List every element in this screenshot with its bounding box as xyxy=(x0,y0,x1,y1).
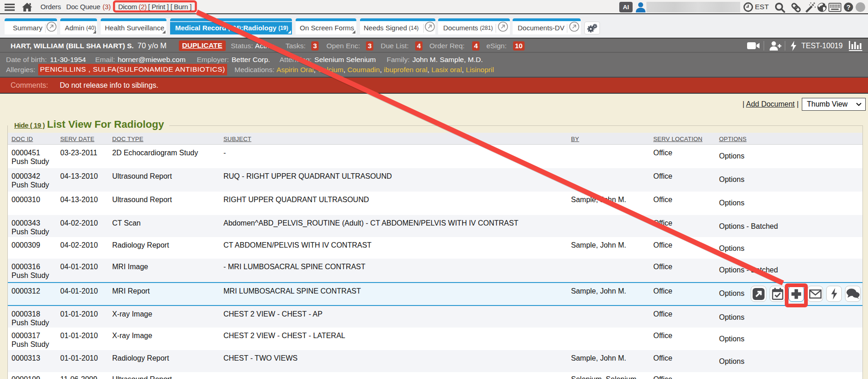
svg-text:?: ? xyxy=(846,4,851,11)
